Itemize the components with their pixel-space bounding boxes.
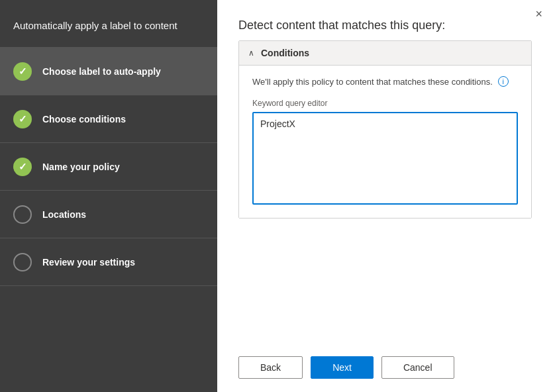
- next-button[interactable]: Next: [311, 356, 374, 379]
- sidebar-item-label-review-settings: Review your settings: [42, 257, 135, 268]
- conditions-description-text: We'll apply this policy to content that …: [252, 77, 493, 87]
- page-title: Detect content that matches this query:: [217, 0, 553, 40]
- main-content: × Detect content that matches this query…: [217, 0, 553, 392]
- info-icon[interactable]: i: [498, 76, 509, 87]
- conditions-body: We'll apply this policy to content that …: [239, 66, 531, 218]
- sidebar-header: Automatically apply a label to content: [0, 0, 217, 48]
- sidebar-item-label-choose-conditions: Choose conditions: [42, 114, 126, 124]
- sidebar: Automatically apply a label to content C…: [0, 0, 217, 392]
- sidebar-item-label-locations: Locations: [42, 209, 86, 220]
- sidebar-item-choose-label[interactable]: Choose label to auto-apply: [0, 48, 217, 95]
- conditions-section: ∧ Conditions We'll apply this policy to …: [238, 40, 532, 219]
- sidebar-item-name-policy[interactable]: Name your policy: [0, 143, 217, 191]
- sidebar-item-review-settings[interactable]: Review your settings: [0, 238, 217, 286]
- sidebar-item-choose-conditions[interactable]: Choose conditions: [0, 95, 217, 143]
- step-icon-name-policy: [13, 158, 32, 176]
- keyword-query-input[interactable]: [252, 112, 518, 205]
- conditions-description: We'll apply this policy to content that …: [252, 76, 518, 87]
- cancel-button[interactable]: Cancel: [381, 356, 454, 379]
- step-icon-choose-label: [13, 62, 32, 81]
- conditions-title: Conditions: [261, 48, 309, 58]
- back-button[interactable]: Back: [238, 356, 303, 379]
- step-icon-locations: [13, 205, 32, 224]
- close-button[interactable]: ×: [535, 8, 542, 20]
- chevron-up-icon: ∧: [248, 48, 254, 58]
- keyword-editor-label: Keyword query editor: [252, 99, 518, 108]
- sidebar-item-label-choose-label: Choose label to auto-apply: [42, 66, 161, 77]
- step-icon-choose-conditions: [13, 110, 32, 128]
- sidebar-item-locations[interactable]: Locations: [0, 191, 217, 238]
- footer-actions: Back Next Cancel: [217, 343, 553, 392]
- step-icon-review-settings: [13, 253, 32, 271]
- conditions-title-bar[interactable]: ∧ Conditions: [239, 41, 531, 66]
- sidebar-item-label-name-policy: Name your policy: [42, 162, 120, 172]
